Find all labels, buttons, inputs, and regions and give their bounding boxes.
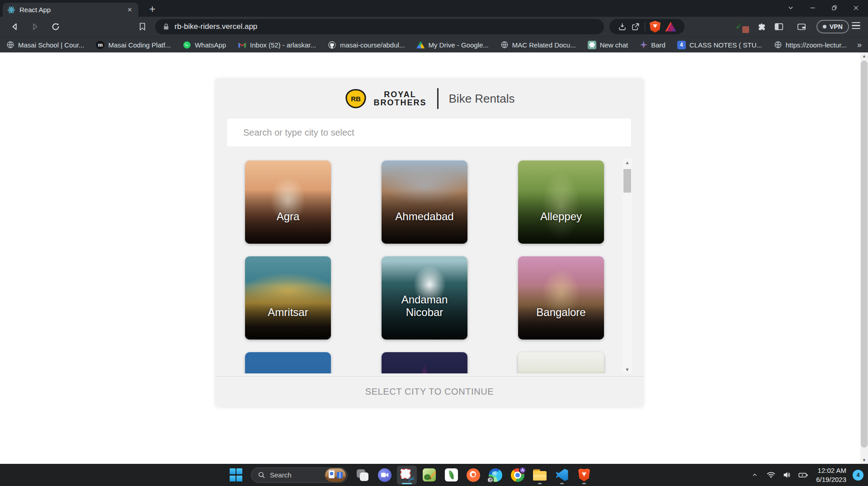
- minimize-button[interactable]: [805, 1, 820, 14]
- postman-button[interactable]: [463, 466, 483, 485]
- brand-header: RB ROYAL BROTHERS Bike Rentals: [215, 88, 644, 109]
- city-card[interactable]: Andaman Nicobar: [382, 256, 467, 340]
- snipping-tool-button[interactable]: ✂: [397, 466, 417, 485]
- browser-tab-react-app[interactable]: React App ×: [3, 3, 138, 17]
- chrome-button[interactable]: A: [508, 466, 528, 485]
- scroll-up-icon[interactable]: ▲: [860, 52, 868, 60]
- taskbar-search[interactable]: Search: [251, 467, 348, 483]
- extensions-puzzle-icon[interactable]: [754, 19, 769, 34]
- colorpicker-extension-icon[interactable]: [736, 19, 751, 34]
- city-search-input[interactable]: [226, 118, 632, 147]
- bookmark-google-drive[interactable]: My Drive - Google...: [416, 41, 488, 49]
- edge-button[interactable]: [486, 466, 505, 485]
- city-card[interactable]: Ahmedabad: [382, 160, 467, 244]
- wallet-icon[interactable]: [794, 19, 809, 34]
- city-list-scrollbar[interactable]: ▲ ▼: [623, 158, 632, 373]
- bookmark-whatsapp[interactable]: WhatsApp: [183, 41, 226, 49]
- task-view-button[interactable]: [353, 466, 373, 485]
- bookmark-bard[interactable]: Bard: [640, 41, 665, 49]
- bookmark-gmail-inbox[interactable]: Inbox (52) - arlaskar...: [238, 41, 316, 49]
- bookmark-masai-coding[interactable]: m Masai Coding Platf...: [96, 41, 170, 49]
- github-icon: [328, 41, 336, 49]
- brand-name-line2: BROTHERS: [374, 99, 427, 107]
- divider: [645, 22, 645, 31]
- bookmark-flag-icon[interactable]: [135, 19, 150, 34]
- mongodb-button[interactable]: [441, 466, 461, 485]
- restore-button[interactable]: [826, 1, 842, 14]
- brave-shield-icon[interactable]: [650, 21, 660, 33]
- image-editor-icon: [423, 468, 436, 481]
- vscode-button[interactable]: [552, 466, 572, 485]
- notification-badge[interactable]: 4: [853, 470, 863, 481]
- bookmark-masai-school[interactable]: Masai School | Cour...: [6, 41, 84, 49]
- bookmark-label: masai-course/abdul...: [340, 41, 405, 49]
- royal-brothers-logo-icon: RB: [344, 89, 367, 109]
- address-bar[interactable]: rb-bike-riders.vercel.app: [155, 19, 604, 34]
- windows-taskbar: Search ✂: [0, 464, 868, 486]
- teams-chat-button[interactable]: [375, 466, 395, 485]
- drive-icon: [416, 41, 425, 48]
- scrollbar-thumb[interactable]: [861, 61, 868, 448]
- scrollbar-thumb[interactable]: [623, 169, 631, 193]
- clock-time: 12:02 AM: [816, 466, 846, 475]
- wifi-icon[interactable]: [764, 468, 777, 482]
- page-scrollbar[interactable]: ▲ ▼: [860, 52, 868, 464]
- close-window-button[interactable]: [848, 1, 863, 14]
- bookmarks-bar: Masai School | Cour... m Masai Coding Pl…: [0, 37, 868, 52]
- brave-rewards-icon[interactable]: [665, 22, 676, 32]
- city-card[interactable]: [518, 352, 604, 373]
- city-card[interactable]: Agra: [245, 160, 331, 244]
- city-card-label: Ahmedabad: [382, 210, 467, 223]
- volume-icon[interactable]: [781, 468, 793, 482]
- scroll-up-icon[interactable]: ▲: [623, 158, 632, 166]
- chatgpt-icon: [588, 41, 596, 49]
- new-tab-button[interactable]: +: [146, 2, 159, 16]
- city-card[interactable]: [245, 352, 331, 373]
- share-icon[interactable]: [631, 23, 640, 31]
- forward-button[interactable]: [27, 19, 42, 34]
- bookmark-zoom-lecture[interactable]: https://zoom-lectur...: [774, 41, 847, 49]
- tab-title: React App: [19, 6, 122, 14]
- bookmark-label: Inbox (52) - arlaskar...: [250, 41, 316, 49]
- vpn-label: VPN: [830, 23, 843, 30]
- bookmark-github[interactable]: masai-course/abdul...: [328, 41, 405, 49]
- city-card[interactable]: Bangalore: [518, 256, 604, 340]
- masai-m-icon: m: [96, 41, 104, 49]
- globe-icon: [774, 41, 782, 49]
- web-page: RB ROYAL BROTHERS Bike Rentals Agra Ahme…: [0, 52, 868, 464]
- tab-close-icon[interactable]: ×: [126, 6, 134, 14]
- reload-button[interactable]: [48, 19, 63, 34]
- bookmark-mac-docs[interactable]: MAC Related Docu...: [500, 41, 576, 49]
- battery-charging-icon[interactable]: [797, 468, 810, 482]
- taskbar-clock[interactable]: 12:02 AM 6/19/2023: [816, 466, 846, 484]
- bookmark-label: Masai Coding Platf...: [108, 41, 170, 49]
- tray-chevron-up-icon[interactable]: [748, 468, 761, 482]
- bookmark-class-notes[interactable]: 4 CLASS NOTES ( STU...: [677, 41, 762, 49]
- brave-icon: [578, 468, 590, 481]
- search-icon: [258, 471, 265, 479]
- image-editor-button[interactable]: [419, 466, 439, 485]
- save-page-icon[interactable]: [618, 23, 627, 31]
- start-button[interactable]: [226, 466, 246, 485]
- divider: [437, 88, 439, 109]
- menu-hamburger-icon[interactable]: [852, 22, 860, 29]
- scroll-down-icon[interactable]: ▼: [623, 365, 632, 373]
- globe-icon: [6, 41, 14, 49]
- postman-icon: [467, 468, 480, 482]
- city-card[interactable]: [382, 352, 467, 373]
- sidebar-toggle-icon[interactable]: [771, 19, 787, 34]
- file-explorer-button[interactable]: [530, 466, 550, 485]
- brave-button[interactable]: [574, 466, 594, 485]
- vpn-button[interactable]: VPN: [816, 20, 849, 33]
- back-button[interactable]: [7, 19, 23, 34]
- bookmarks-overflow-icon[interactable]: »: [857, 40, 862, 50]
- address-bar-actions: [609, 19, 684, 34]
- bookmark-chatgpt[interactable]: New chat: [588, 41, 628, 49]
- running-app-indicator: [560, 483, 564, 484]
- city-card-label: Agra: [245, 210, 331, 223]
- tab-search-chevron-icon[interactable]: [783, 1, 798, 14]
- city-card[interactable]: Alleppey: [518, 160, 604, 244]
- scroll-down-icon[interactable]: ▼: [860, 457, 868, 464]
- city-card[interactable]: Amritsar: [245, 256, 331, 340]
- bookmark-label: https://zoom-lectur...: [786, 41, 847, 49]
